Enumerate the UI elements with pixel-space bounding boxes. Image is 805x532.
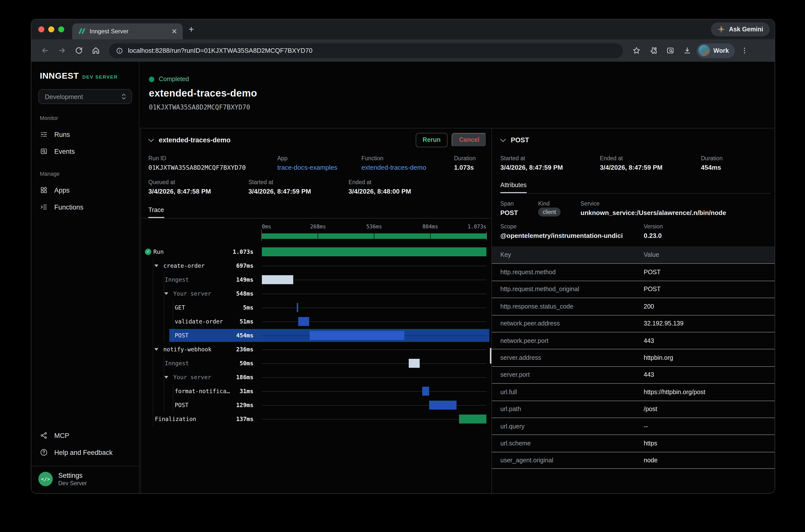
trace-row[interactable]: notify-webhook 236ms: [141, 342, 491, 356]
row-caret-icon[interactable]: [164, 292, 168, 295]
timeline-minimap[interactable]: [262, 233, 486, 239]
window-close-button[interactable]: [38, 26, 44, 32]
home-button[interactable]: [88, 43, 103, 58]
browser-tab[interactable]: Inngest Server ✕: [72, 23, 183, 39]
span-bar[interactable]: [310, 331, 405, 340]
environment-select[interactable]: Development: [38, 89, 132, 104]
span-name: validate-order: [175, 318, 223, 325]
attribute-key: server.address: [500, 354, 644, 361]
sidebar-item-mcp[interactable]: MCP: [31, 427, 139, 444]
function-link[interactable]: extended-traces-demo: [361, 164, 454, 171]
trace-row[interactable]: ✓ Run 1.073s: [141, 245, 491, 259]
address-bar[interactable]: localhost:8288/run?runID=01KJXTWA35SA8D2…: [109, 43, 623, 58]
attribute-value: /post: [644, 405, 657, 413]
sidebar-item-functions[interactable]: Functions: [31, 198, 139, 215]
trace-row[interactable]: Finalization 137ms: [141, 412, 491, 426]
attribute-key: url.scheme: [500, 440, 644, 447]
span-name: Inngest: [165, 360, 189, 367]
trace-row[interactable]: POST 454ms: [141, 328, 491, 342]
span-bar[interactable]: [429, 401, 456, 410]
trace-row[interactable]: Your server 186ms: [141, 370, 491, 384]
span-bar[interactable]: [298, 317, 309, 326]
span-track: [262, 412, 486, 426]
trace-rows: ✓ Run 1.073s create-order 697ms Inngest …: [141, 245, 491, 426]
tab-close-icon[interactable]: ✕: [170, 27, 179, 35]
app-label: App: [277, 155, 361, 161]
service-label: Service: [580, 201, 726, 207]
trace-row[interactable]: Inngest 50ms: [141, 356, 491, 370]
forward-button[interactable]: [54, 43, 69, 58]
row-caret-icon[interactable]: [154, 265, 158, 267]
star-icon: [632, 46, 640, 55]
sidebar-item-settings[interactable]: </> Settings Dev Server: [31, 466, 139, 493]
reload-button[interactable]: [71, 43, 86, 58]
bookmark-button[interactable]: [629, 43, 644, 58]
new-tab-button[interactable]: +: [189, 24, 194, 35]
trace-row[interactable]: POST 129ms: [141, 398, 491, 412]
downloads-button[interactable]: [679, 43, 694, 58]
panel-scrollbar[interactable]: [490, 348, 491, 364]
browser-menu-button[interactable]: [737, 43, 752, 58]
rerun-button[interactable]: Rerun: [416, 133, 448, 147]
span-bar[interactable]: [459, 415, 486, 423]
row-caret-icon[interactable]: [154, 348, 158, 350]
trace-row[interactable]: GET 5ms: [141, 301, 491, 315]
inngest-app: INNGEST DEV SERVER Development Monitor R…: [31, 62, 775, 493]
span-bar[interactable]: [297, 303, 298, 312]
sidebar-item-label: Runs: [54, 131, 70, 138]
attribute-key: http.response.status_code: [500, 303, 644, 310]
tab-trace[interactable]: Trace: [148, 207, 164, 218]
value-header: Value: [644, 251, 659, 258]
span-bar[interactable]: [262, 247, 486, 256]
window-minimize-button[interactable]: [48, 26, 54, 32]
kind-label: Kind: [538, 201, 580, 207]
forward-icon: [57, 46, 66, 55]
span-bar[interactable]: [262, 275, 293, 284]
app-link[interactable]: trace-docs-examples: [277, 164, 361, 171]
sidebar-item-label: Events: [54, 148, 75, 155]
row-caret-icon[interactable]: [164, 376, 168, 378]
span-bar[interactable]: [423, 387, 429, 396]
back-button[interactable]: [37, 43, 52, 58]
trace-row[interactable]: create-order 697ms: [141, 259, 491, 273]
span-name: Finalization: [155, 416, 196, 422]
collapse-chevron-icon[interactable]: [148, 136, 154, 142]
span-name: Your server: [173, 374, 211, 381]
window-controls: [38, 26, 64, 32]
collapse-chevron-icon[interactable]: [500, 136, 506, 142]
profile-button[interactable]: Work: [696, 43, 735, 58]
attributes-tabbar: Attributes: [500, 180, 771, 194]
span-name: POST: [175, 332, 188, 339]
trace-pane: extended-traces-demo Rerun Cancel Run ID…: [141, 128, 491, 493]
sidebar-item-apps[interactable]: Apps: [31, 182, 139, 198]
trace-row[interactable]: Inngest 149ms: [141, 273, 491, 287]
window-zoom-button[interactable]: [58, 26, 64, 32]
span-name: format-notifica…: [175, 388, 230, 395]
span-name: create-order: [163, 262, 205, 269]
timeline-axis: 0ms 268ms 536ms 804ms 1.073s: [262, 224, 486, 230]
sidebar-item-runs[interactable]: Runs: [31, 126, 139, 143]
extensions-button[interactable]: [646, 43, 661, 58]
axis-tick-label: 536ms: [366, 224, 382, 229]
span-track: [262, 328, 486, 342]
functions-list-icon: [40, 203, 48, 211]
attribute-value: https: [644, 440, 657, 447]
trace-row[interactable]: format-notifica… 31ms: [141, 384, 491, 398]
tab-search-button[interactable]: [662, 43, 677, 58]
span-duration: 51ms: [231, 318, 254, 325]
trace-row[interactable]: validate-order 51ms: [141, 315, 491, 328]
span-bar[interactable]: [409, 359, 419, 368]
span-duration: 137ms: [231, 416, 254, 422]
trace-row[interactable]: Your server 548ms: [141, 287, 491, 301]
site-info-icon: [116, 47, 123, 54]
attribute-row: user_agent.original node: [492, 452, 775, 469]
sidebar-item-events[interactable]: Events: [31, 143, 139, 160]
span-name: Your server: [173, 290, 211, 297]
span-duration: 5ms: [231, 304, 254, 311]
tab-attributes[interactable]: Attributes: [500, 182, 527, 193]
cancel-button[interactable]: Cancel: [451, 133, 487, 147]
sidebar-item-help[interactable]: Help and Feedback: [31, 444, 139, 461]
settings-title: Settings: [58, 472, 87, 479]
attribute-value: 32.192.95.139: [644, 320, 684, 327]
ask-gemini-button[interactable]: Ask Gemini: [711, 22, 770, 36]
